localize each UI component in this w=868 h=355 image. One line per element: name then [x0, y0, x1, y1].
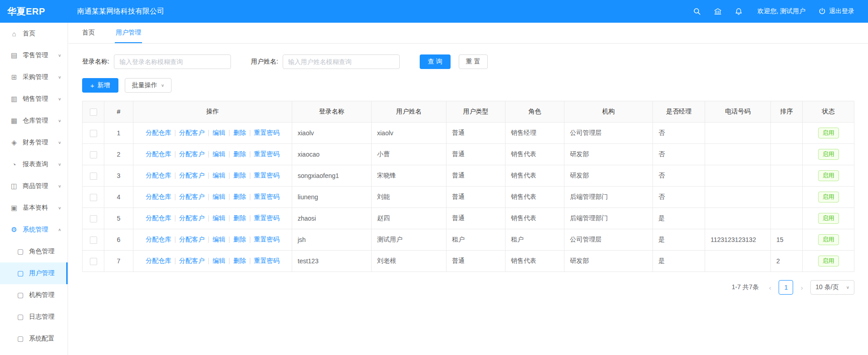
cell-login-name: test123	[292, 251, 372, 272]
row-checkbox[interactable]	[90, 130, 97, 137]
cell-user-name: 测试用户	[372, 229, 446, 251]
sidebar: ⌂首页▤零售管理∨⊞采购管理∨▥销售管理∨▦仓库管理∨◈财务管理∨◔报表查询∨◫…	[0, 23, 68, 355]
sidebar-item-sales[interactable]: ▥销售管理∨	[0, 88, 68, 110]
row-checkbox[interactable]	[90, 151, 97, 158]
reset-button[interactable]: 重 置	[459, 54, 488, 69]
logout-button[interactable]: 退出登录	[818, 7, 854, 15]
page-size-select[interactable]: 10 条/页∨	[810, 280, 854, 295]
sidebar-item-system[interactable]: ⚙系统管理∧	[0, 219, 68, 241]
row-checkbox[interactable]	[90, 258, 97, 265]
edit-link[interactable]: 编辑	[213, 193, 226, 200]
cell-phone	[705, 165, 771, 187]
row-number: 7	[104, 251, 133, 272]
status-badge[interactable]: 启用	[818, 149, 839, 160]
current-page-button[interactable]: 1	[779, 280, 793, 295]
delete-link[interactable]: 删除	[233, 150, 246, 158]
app-header: 华夏ERP 南通某某网络科技有限公司 欢迎您, 测试用户 退出登录	[0, 0, 868, 23]
assign-customer-link[interactable]: 分配客户	[179, 193, 205, 200]
select-all-checkbox[interactable]	[90, 108, 97, 116]
reset-password-link[interactable]: 重置密码	[254, 150, 280, 158]
sidebar-item-home[interactable]: ⌂首页	[0, 23, 68, 44]
edit-link[interactable]: 编辑	[213, 257, 226, 264]
assign-warehouse-link[interactable]: 分配仓库	[146, 193, 171, 200]
next-page-button[interactable]: ›	[798, 284, 806, 291]
delete-link[interactable]: 删除	[233, 129, 246, 136]
assign-customer-link[interactable]: 分配客户	[179, 236, 205, 243]
delete-link[interactable]: 删除	[233, 214, 246, 222]
edit-link[interactable]: 编辑	[213, 236, 226, 243]
user-table-body: 1分配仓库|分配客户|编辑|删除|重置密码xiaolvxiaolv普通销售经理公…	[83, 123, 854, 272]
cell-user-name: 赵四	[372, 208, 446, 229]
assign-warehouse-link[interactable]: 分配仓库	[146, 257, 171, 264]
reset-password-link[interactable]: 重置密码	[254, 236, 280, 243]
status-badge[interactable]: 启用	[818, 128, 839, 138]
reset-password-link[interactable]: 重置密码	[254, 129, 280, 136]
power-icon	[818, 7, 826, 15]
sidebar-item-purchase[interactable]: ⊞采购管理∨	[0, 66, 68, 88]
batch-operations-button[interactable]: 批量操作∨	[125, 78, 172, 93]
bank-icon[interactable]	[714, 7, 722, 15]
assign-customer-link[interactable]: 分配客户	[179, 214, 205, 222]
assign-warehouse-link[interactable]: 分配仓库	[146, 236, 171, 243]
chevron-down-icon: ∨	[846, 285, 849, 289]
sidebar-item-products[interactable]: ◫商品管理∨	[0, 175, 68, 197]
assign-customer-link[interactable]: 分配客户	[179, 150, 205, 158]
assign-warehouse-link[interactable]: 分配仓库	[146, 214, 171, 222]
row-checkbox[interactable]	[90, 194, 97, 201]
reset-password-link[interactable]: 重置密码	[254, 193, 280, 200]
delete-link[interactable]: 删除	[233, 236, 246, 243]
cell-is-manager: 否	[653, 123, 705, 144]
status-badge[interactable]: 启用	[818, 234, 839, 245]
login-name-input[interactable]	[114, 54, 231, 69]
tab-home[interactable]: 首页	[81, 23, 96, 43]
status-badge[interactable]: 启用	[818, 256, 839, 266]
cell-role: 销售经理	[505, 123, 564, 144]
user-name-input[interactable]	[283, 54, 400, 69]
cell-login-name: xiaolv	[292, 123, 372, 144]
sidebar-item-finance[interactable]: ◈财务管理∨	[0, 132, 68, 153]
search-icon[interactable]	[693, 7, 701, 15]
assign-customer-link[interactable]: 分配客户	[179, 257, 205, 264]
delete-link[interactable]: 删除	[233, 172, 246, 179]
prev-page-button[interactable]: ‹	[766, 284, 774, 291]
sidebar-item-user-management[interactable]: ▢用户管理	[0, 262, 68, 284]
sidebar-item-label: 系统配置	[29, 335, 68, 343]
sidebar-item-log-management[interactable]: ▢日志管理	[0, 306, 68, 328]
row-checkbox[interactable]	[90, 215, 97, 222]
tab-user-management[interactable]: 用户管理	[115, 23, 142, 43]
sidebar-item-warehouse[interactable]: ▦仓库管理∨	[0, 110, 68, 132]
sidebar-item-role-management[interactable]: ▢角色管理	[0, 241, 68, 262]
delete-link[interactable]: 删除	[233, 193, 246, 200]
search-button[interactable]: 查 询	[420, 54, 451, 69]
bell-icon[interactable]	[735, 7, 743, 15]
delete-link[interactable]: 删除	[233, 257, 246, 264]
assign-customer-link[interactable]: 分配客户	[179, 129, 205, 136]
status-badge[interactable]: 启用	[818, 192, 839, 202]
reset-password-link[interactable]: 重置密码	[254, 257, 280, 264]
row-checkbox[interactable]	[90, 173, 97, 180]
sidebar-item-basic-data[interactable]: ▣基本资料∨	[0, 197, 68, 219]
sidebar-item-reports[interactable]: ◔报表查询∨	[0, 153, 68, 175]
assign-warehouse-link[interactable]: 分配仓库	[146, 150, 171, 158]
add-button-label: 新增	[98, 81, 110, 89]
op-separator: |	[249, 193, 251, 200]
reset-password-link[interactable]: 重置密码	[254, 214, 280, 222]
edit-link[interactable]: 编辑	[213, 150, 226, 158]
reset-password-link[interactable]: 重置密码	[254, 172, 280, 179]
add-button[interactable]: +新增	[82, 78, 118, 93]
welcome-text: 欢迎您, 测试用户	[757, 7, 805, 15]
sidebar-item-system-config[interactable]: ▢系统配置	[0, 328, 68, 350]
assign-warehouse-link[interactable]: 分配仓库	[146, 129, 171, 136]
column-header: 状态	[803, 101, 854, 123]
assign-warehouse-link[interactable]: 分配仓库	[146, 172, 171, 179]
status-badge[interactable]: 启用	[818, 170, 839, 181]
status-badge[interactable]: 启用	[818, 213, 839, 224]
edit-link[interactable]: 编辑	[213, 172, 226, 179]
edit-link[interactable]: 编辑	[213, 214, 226, 222]
sidebar-item-org-management[interactable]: ▢机构管理	[0, 284, 68, 306]
row-checkbox[interactable]	[90, 237, 97, 244]
sidebar-item-retail[interactable]: ▤零售管理∨	[0, 44, 68, 66]
cell-role: 租户	[505, 229, 564, 251]
edit-link[interactable]: 编辑	[213, 129, 226, 136]
assign-customer-link[interactable]: 分配客户	[179, 172, 205, 179]
